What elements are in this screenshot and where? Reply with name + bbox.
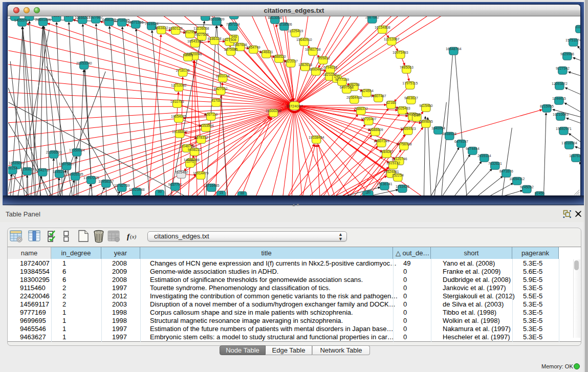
svg-text:8427552: 8427552 (214, 87, 228, 91)
svg-text:1362615: 1362615 (298, 63, 312, 67)
svg-text:16648764: 16648764 (446, 47, 462, 51)
svg-text:15136141: 15136141 (377, 182, 393, 186)
svg-text:16914479: 16914479 (193, 171, 209, 175)
svg-text:62160: 62160 (386, 101, 396, 104)
svg-text:9777169: 9777169 (335, 78, 349, 81)
svg-text:1588520: 1588520 (272, 55, 286, 58)
svg-text:1733426: 1733426 (396, 185, 409, 188)
svg-text:16033809: 16033809 (209, 17, 225, 21)
svg-text:8678332: 8678332 (194, 136, 208, 139)
svg-text:12905135: 12905135 (68, 172, 83, 176)
svg-text:15692971: 15692971 (556, 127, 572, 130)
svg-text:11124: 11124 (575, 25, 580, 29)
svg-text:3624554: 3624554 (360, 89, 374, 93)
svg-text:9084067: 9084067 (380, 150, 394, 154)
svg-text:19338454: 19338454 (309, 136, 324, 139)
svg-text:2803144: 2803144 (216, 74, 230, 78)
svg-text:33: 33 (366, 190, 371, 194)
svg-text:16543362: 16543362 (187, 39, 203, 43)
svg-text:7632621: 7632621 (488, 162, 502, 165)
svg-text:2935114: 2935114 (477, 154, 491, 158)
svg-text:14353594: 14353594 (198, 124, 214, 127)
svg-text:88: 88 (240, 191, 244, 195)
svg-text:8322037: 8322037 (284, 59, 298, 63)
svg-text:1167531: 1167531 (569, 154, 580, 158)
svg-text:1527602: 1527602 (89, 16, 103, 19)
svg-text:14524861: 14524861 (383, 170, 399, 173)
svg-text:8660128: 8660128 (169, 27, 183, 30)
svg-text:8813054: 8813054 (268, 16, 282, 19)
svg-text:10025433: 10025433 (395, 106, 410, 110)
svg-text:2087682: 2087682 (365, 16, 379, 19)
svg-text:9115460: 9115460 (419, 104, 432, 107)
svg-text:10688609: 10688609 (367, 128, 383, 132)
svg-text:0899695: 0899695 (419, 120, 433, 123)
svg-text:9227342: 9227342 (556, 67, 570, 70)
svg-text:10958117: 10958117 (98, 180, 114, 183)
svg-text:1615132: 1615132 (386, 161, 400, 165)
svg-text:10654112: 10654112 (509, 177, 525, 181)
svg-text:8215955: 8215955 (540, 104, 554, 108)
svg-text:12923448: 12923448 (129, 188, 145, 191)
svg-text:16535051: 16535051 (9, 161, 25, 165)
svg-text:17359924: 17359924 (69, 148, 85, 152)
svg-text:1145194: 1145194 (53, 170, 66, 173)
svg-text:17046766: 17046766 (179, 144, 195, 148)
svg-text:16671355: 16671355 (128, 20, 144, 24)
svg-text:7357224: 7357224 (226, 23, 240, 26)
svg-text:10655267: 10655267 (75, 16, 91, 19)
svg-text:16120746: 16120746 (391, 157, 407, 161)
svg-text:6794028: 6794028 (323, 65, 337, 69)
svg-text:8186328: 8186328 (208, 37, 222, 40)
svg-text:16210643: 16210643 (553, 113, 569, 116)
svg-text:1156829: 1156829 (20, 167, 34, 171)
svg-text:12213382: 12213382 (171, 83, 187, 87)
svg-text:20364436: 20364436 (346, 96, 362, 99)
svg-text:2867608: 2867608 (233, 43, 247, 47)
svg-text:19975867: 19975867 (59, 162, 75, 166)
svg-text:1244415: 1244415 (552, 97, 566, 100)
svg-text:252254: 252254 (392, 173, 404, 177)
svg-text:8471676: 8471676 (499, 169, 513, 173)
svg-text:7663822: 7663822 (155, 26, 168, 30)
svg-text:7386372: 7386372 (354, 107, 368, 111)
svg-text:644: 644 (414, 114, 420, 117)
svg-text:14055714: 14055714 (14, 18, 30, 22)
svg-text:6479197: 6479197 (454, 140, 468, 143)
svg-text:20691406: 20691406 (35, 18, 51, 21)
svg-text:(x): (x) (130, 233, 137, 240)
svg-text:8267110: 8267110 (204, 113, 217, 116)
svg-text:92450: 92450 (535, 191, 545, 195)
svg-text:9329966: 9329966 (560, 52, 574, 56)
svg-text:39154: 39154 (8, 166, 17, 170)
svg-text:9327508: 9327508 (223, 38, 236, 41)
svg-text:9498222: 9498222 (188, 148, 202, 151)
svg-text:546: 546 (231, 35, 237, 38)
svg-text:20206503: 20206503 (46, 150, 62, 154)
svg-text:12093872: 12093872 (552, 82, 568, 85)
svg-text:19654923: 19654923 (400, 127, 416, 130)
svg-text:18724007: 18724007 (286, 104, 303, 108)
svg-text:17957225: 17957225 (83, 176, 99, 180)
svg-text:16154808: 16154808 (375, 26, 390, 29)
svg-text:2718176: 2718176 (176, 69, 190, 72)
svg-text:9463627: 9463627 (404, 96, 418, 100)
svg-text:7625402: 7625402 (175, 170, 188, 174)
svg-text:18807249: 18807249 (374, 139, 389, 143)
svg-text:99: 99 (158, 190, 162, 193)
svg-text:15720407: 15720407 (361, 117, 377, 121)
svg-text:10973493: 10973493 (393, 51, 408, 54)
svg-text:19218506: 19218506 (276, 23, 292, 26)
svg-text:19756928: 19756928 (396, 142, 412, 146)
svg-text:13226058: 13226058 (193, 27, 209, 30)
svg-text:1271: 1271 (186, 160, 194, 163)
svg-text:16961758: 16961758 (305, 48, 321, 51)
svg-text:8454749: 8454749 (247, 46, 260, 49)
svg-text:1640954: 1640954 (431, 126, 445, 130)
svg-text:10807487: 10807487 (371, 94, 386, 98)
svg-text:15640910: 15640910 (296, 38, 312, 41)
svg-text:12213967: 12213967 (384, 37, 400, 41)
svg-text:9327503: 9327503 (195, 33, 209, 36)
svg-text:9657791: 9657791 (168, 183, 182, 186)
svg-text:15716485: 15716485 (204, 184, 220, 187)
